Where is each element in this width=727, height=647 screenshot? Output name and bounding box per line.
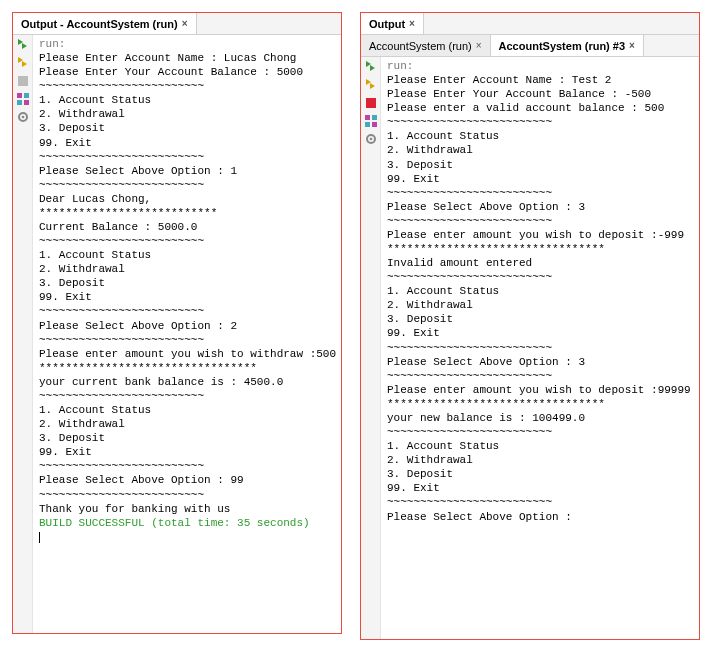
play-green-icon[interactable] [364,60,378,74]
svg-rect-7 [366,98,376,108]
console-line: Invalid amount entered [387,256,693,270]
tabbar-left: Output - AccountSystem (run) × [13,13,341,35]
console-line: Please Enter Account Name : Lucas Chong [39,51,335,65]
gutter-left [13,35,33,633]
console-line: Please Select Above Option : 1 [39,164,335,178]
console-line: ~~~~~~~~~~~~~~~~~~~~~~~~~ [39,333,335,347]
console-line: ~~~~~~~~~~~~~~~~~~~~~~~~~ [39,178,335,192]
console-line: 3. Deposit [387,158,693,172]
console-line: Please enter amount you wish to deposit … [387,383,693,397]
play-yellow-icon[interactable] [16,56,30,70]
svg-rect-2 [24,93,29,98]
tabbar-top-right: Output × [361,13,699,35]
console-line: ~~~~~~~~~~~~~~~~~~~~~~~~~ [387,495,693,509]
console-line: ~~~~~~~~~~~~~~~~~~~~~~~~~ [387,214,693,228]
console-line: 2. Withdrawal [387,143,693,157]
tabbar-sub-right: AccountSystem (run)×AccountSystem (run) … [361,35,699,57]
close-icon[interactable]: × [409,18,415,29]
svg-rect-10 [365,122,370,127]
close-icon[interactable]: × [629,40,635,51]
console-line: ~~~~~~~~~~~~~~~~~~~~~~~~~ [39,150,335,164]
console-line: Please Select Above Option : 3 [387,200,693,214]
console-line: ~~~~~~~~~~~~~~~~~~~~~~~~~ [387,369,693,383]
console-line: BUILD SUCCESSFUL (total time: 35 seconds… [39,516,335,530]
console-line: 2. Withdrawal [387,298,693,312]
console-line: 1. Account Status [387,129,693,143]
console-line: ~~~~~~~~~~~~~~~~~~~~~~~~~ [387,425,693,439]
output-panel-left: Output - AccountSystem (run) × run:Pleas… [12,12,342,634]
console-line: Please Enter Your Account Balance : 5000 [39,65,335,79]
console-line: 1. Account Status [39,93,335,107]
tab-label: AccountSystem (run) #3 [499,40,626,52]
console-line: Please enter a valid account balance : 5… [387,101,693,115]
stop-red-icon[interactable] [364,96,378,110]
console-line: ********************************* [39,361,335,375]
tab-accountsystem-run-3[interactable]: AccountSystem (run) #3× [491,35,644,56]
console-line: 1. Account Status [39,248,335,262]
console-line: ~~~~~~~~~~~~~~~~~~~~~~~~~ [39,459,335,473]
console-output-right[interactable]: run:Please Enter Account Name : Test 2Pl… [381,57,699,639]
console-line: Please enter amount you wish to deposit … [387,228,693,242]
console-line: 3. Deposit [39,276,335,290]
console-line: Please Enter Your Account Balance : -500 [387,87,693,101]
console-line: 1. Account Status [387,439,693,453]
console-line: Please Select Above Option : 99 [39,473,335,487]
play-yellow-icon[interactable] [364,78,378,92]
console-line: 99. Exit [39,445,335,459]
svg-rect-3 [17,100,22,105]
svg-rect-9 [372,115,377,120]
console-line: ~~~~~~~~~~~~~~~~~~~~~~~~~ [39,304,335,318]
tab-label: Output [369,18,405,30]
console-line: Please Select Above Option : 2 [39,319,335,333]
console-line: 2. Withdrawal [387,453,693,467]
svg-rect-8 [365,115,370,120]
console-line: 99. Exit [39,136,335,150]
svg-rect-4 [24,100,29,105]
grid-icon[interactable] [364,114,378,128]
console-line: your current bank balance is : 4500.0 [39,375,335,389]
tab-output-accountsystem[interactable]: Output - AccountSystem (run) × [13,13,197,34]
gear-icon[interactable] [364,132,378,146]
console-line: run: [387,59,693,73]
console-line: 2. Withdrawal [39,107,335,121]
text-caret [39,532,40,543]
grid-icon[interactable] [16,92,30,106]
console-output-left[interactable]: run:Please Enter Account Name : Lucas Ch… [33,35,341,633]
close-icon[interactable]: × [476,40,482,51]
console-line: ~~~~~~~~~~~~~~~~~~~~~~~~~ [39,234,335,248]
console-line: ~~~~~~~~~~~~~~~~~~~~~~~~~ [387,341,693,355]
console-line: 3. Deposit [387,312,693,326]
console-line: 99. Exit [387,326,693,340]
tab-label: AccountSystem (run) [369,40,472,52]
console-line: ~~~~~~~~~~~~~~~~~~~~~~~~~ [387,186,693,200]
caret-line [39,530,335,544]
console-line: 99. Exit [387,172,693,186]
tab-accountsystem-run-[interactable]: AccountSystem (run)× [361,35,491,56]
console-line: 2. Withdrawal [39,262,335,276]
console-line: 3. Deposit [39,121,335,135]
console-line: Please Select Above Option : [387,510,693,524]
console-line: Thank you for banking with us [39,502,335,516]
gear-icon[interactable] [16,110,30,124]
console-line: 3. Deposit [387,467,693,481]
console-line: ********************************* [387,397,693,411]
svg-point-13 [369,138,372,141]
console-line: Current Balance : 5000.0 [39,220,335,234]
console-line: 1. Account Status [39,403,335,417]
output-panel-right: Output × AccountSystem (run)×AccountSyst… [360,12,700,640]
stop-icon[interactable] [16,74,30,88]
console-line: Please Select Above Option : 3 [387,355,693,369]
console-line: 3. Deposit [39,431,335,445]
console-line: Dear Lucas Chong, [39,192,335,206]
console-line: 1. Account Status [387,284,693,298]
tab-output[interactable]: Output × [361,13,424,34]
console-line: Please enter amount you wish to withdraw… [39,347,335,361]
svg-rect-0 [18,76,28,86]
console-line: 2. Withdrawal [39,417,335,431]
play-green-icon[interactable] [16,38,30,52]
console-line: Please Enter Account Name : Test 2 [387,73,693,87]
console-line: ~~~~~~~~~~~~~~~~~~~~~~~~~ [39,389,335,403]
console-line: ~~~~~~~~~~~~~~~~~~~~~~~~~ [387,115,693,129]
svg-point-6 [21,116,24,119]
close-icon[interactable]: × [182,18,188,29]
